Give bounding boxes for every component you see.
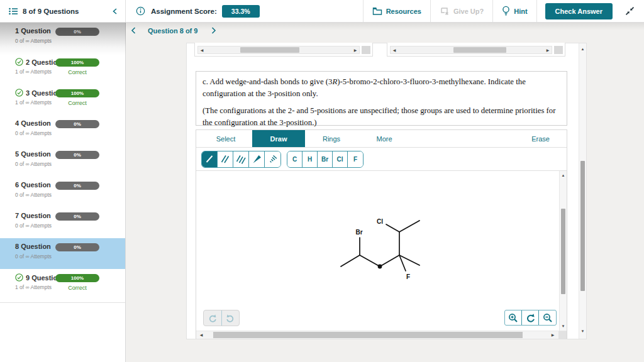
check-answer-section: Check Answer	[536, 0, 644, 22]
scroll-left-icon[interactable]: ◀	[198, 47, 206, 53]
prev-question-chevron-icon[interactable]	[130, 26, 137, 35]
question-title: 7 Question	[15, 212, 51, 219]
scroll-right-icon[interactable]: ▶	[352, 47, 359, 53]
attempts-label: 1 of ∞ Attempts	[15, 99, 52, 106]
sidebar-item-question-5[interactable]: 5 Question 0% 0 of ∞ Attempts	[0, 146, 125, 177]
question-panel: ◀ ▶ ◀ ▶ c. Add wedge-and-dash bonds to g…	[186, 43, 587, 339]
questions-list-icon[interactable]	[8, 6, 18, 16]
sidebar-item-question-9[interactable]: 9 Question 100% 1 of ∞ Attempts Correct	[0, 269, 125, 300]
attempts-label: 0 of ∞ Attempts	[15, 222, 52, 229]
single-bond-tool[interactable]	[202, 151, 218, 167]
tab-rings[interactable]: Rings	[305, 130, 358, 147]
sidebar-item-question-8[interactable]: 8 Question 0% 0 of ∞ Attempts	[0, 238, 125, 269]
question-text-part: c. Add wedge-and-dash bonds to give (3	[203, 77, 332, 86]
redo-button[interactable]	[221, 310, 240, 326]
zoom-out-button[interactable]	[539, 310, 556, 325]
atom-f-button[interactable]: F	[348, 151, 363, 167]
assignment-score-section: Assignment Score: 33.3%	[126, 0, 260, 22]
scrollbar-thumb[interactable]	[561, 209, 565, 294]
scrollbar-thumb[interactable]	[240, 47, 300, 53]
collapse-view-icon[interactable]	[625, 6, 635, 16]
score-pill: 100%	[55, 58, 99, 67]
sidebar-item-question-6[interactable]: 6 Question 0% 0 of ∞ Attempts	[0, 177, 125, 207]
check-circle-icon	[15, 273, 23, 282]
score-pill: 0%	[55, 212, 99, 221]
scroll-right-icon[interactable]: ▶	[549, 331, 557, 339]
atom-c-button[interactable]: C	[287, 151, 303, 167]
topbar-questions-section: 8 of 9 Questions	[0, 0, 126, 22]
attempts-label: 0 of ∞ Attempts	[15, 253, 52, 260]
give-up-button[interactable]: Give Up?	[430, 0, 492, 22]
tab-more[interactable]: More	[358, 130, 411, 147]
question-title: 6 Question	[15, 181, 51, 189]
attempts-label: 1 of ∞ Attempts	[15, 69, 52, 75]
sidebar-divider	[0, 302, 125, 303]
hint-button[interactable]: Hint	[492, 0, 536, 22]
double-bond-tool[interactable]	[218, 151, 233, 167]
sidebar-item-question-3[interactable]: 3 Question 100% 1 of ∞ Attempts Correct	[0, 84, 125, 115]
question-title: 8 Question	[15, 243, 51, 250]
attempts-label: 0 of ∞ Attempts	[15, 192, 52, 198]
redo-icon	[226, 314, 235, 323]
drawing-canvas[interactable]: Br Cl F ▲ ▼	[196, 171, 567, 331]
topbar-actions: Resources Give Up? Hint Check Answer	[363, 0, 644, 22]
undo-button[interactable]	[204, 310, 221, 326]
give-up-label: Give Up?	[453, 8, 484, 15]
tab-select[interactable]: Select	[199, 130, 252, 147]
scroll-up-icon[interactable]: ▲	[579, 45, 586, 53]
zoom-reset-button[interactable]	[522, 310, 539, 325]
atom-tool-group: C H Br Cl F	[287, 151, 364, 168]
wedge-bond-tool[interactable]	[249, 151, 265, 167]
sidebar-item-question-7[interactable]: 7 Question 0% 0 of ∞ Attempts	[0, 207, 125, 238]
atom-label-br: Br	[355, 229, 362, 236]
question-note: (The configurations at the 2- and 5-posi…	[203, 105, 560, 128]
panel-vertical-scrollbar[interactable]: ▲ ▼	[579, 43, 586, 339]
scrollbar-thumb[interactable]	[213, 332, 523, 338]
sidebar-item-question-1[interactable]: 1 Question 0% 0 of ∞ Attempts	[0, 23, 125, 53]
zoom-in-button[interactable]	[505, 310, 522, 325]
check-circle-icon	[15, 58, 23, 66]
hint-bulb-icon	[502, 6, 510, 16]
score-pill: 0%	[55, 28, 99, 36]
check-answer-button[interactable]: Check Answer	[545, 3, 613, 19]
collapse-sidebar-chevron-icon[interactable]	[111, 7, 119, 16]
next-question-chevron-icon[interactable]	[210, 26, 217, 35]
questions-count-label: 8 of 9 Questions	[23, 8, 79, 15]
single-bond-icon	[204, 153, 215, 165]
sidebar-item-question-4[interactable]: 4 Question 0% 0 of ∞ Attempts	[0, 115, 125, 146]
scrollbar-thumb[interactable]	[580, 161, 585, 291]
canvas-horizontal-scrollbar[interactable]: ◀ ▶	[196, 331, 567, 339]
triple-bond-tool[interactable]	[233, 151, 249, 167]
scroll-down-icon[interactable]: ▼	[560, 322, 567, 330]
atom-cl-button[interactable]: Cl	[333, 151, 348, 167]
zoom-reset-icon	[525, 313, 535, 323]
scrollbar-thumb[interactable]	[453, 47, 506, 53]
tab-draw[interactable]: Draw	[252, 130, 305, 147]
horizontal-scrollbar[interactable]: ◀ ▶	[390, 46, 552, 54]
attempts-label: 0 of ∞ Attempts	[15, 130, 52, 136]
scroll-down-icon[interactable]: ▼	[579, 327, 586, 335]
question-nav-label: Question 8 of 9	[148, 27, 197, 35]
dash-bond-tool[interactable]	[265, 151, 280, 167]
atom-vertex-dot	[378, 265, 382, 269]
undo-redo-group	[203, 310, 240, 326]
question-text: c. Add wedge-and-dash bonds to give (3R)…	[203, 76, 560, 99]
answer-panel-a: ◀ ▶	[194, 43, 373, 57]
atom-h-button[interactable]: H	[303, 151, 318, 167]
sidebar-item-question-2[interactable]: 2 Question 100% 1 of ∞ Attempts Correct	[0, 53, 125, 84]
canvas-vertical-scrollbar[interactable]: ▲ ▼	[559, 171, 567, 331]
editor-toolbar-tabs: Select Draw Rings More Erase	[196, 130, 567, 148]
scrollbar-corner	[362, 46, 370, 54]
atom-br-button[interactable]: Br	[318, 151, 333, 167]
double-bond-icon	[219, 153, 231, 165]
scroll-left-icon[interactable]: ◀	[391, 47, 398, 53]
scroll-up-icon[interactable]: ▲	[560, 172, 567, 179]
score-pill: 100%	[55, 89, 99, 97]
erase-button[interactable]: Erase	[514, 130, 567, 147]
resources-button[interactable]: Resources	[363, 0, 430, 22]
zoom-out-icon	[543, 313, 553, 323]
horizontal-scrollbar[interactable]: ◀ ▶	[197, 46, 360, 54]
scroll-right-icon[interactable]: ▶	[544, 47, 552, 53]
scroll-left-icon[interactable]: ◀	[197, 331, 205, 339]
info-icon[interactable]	[136, 6, 145, 16]
